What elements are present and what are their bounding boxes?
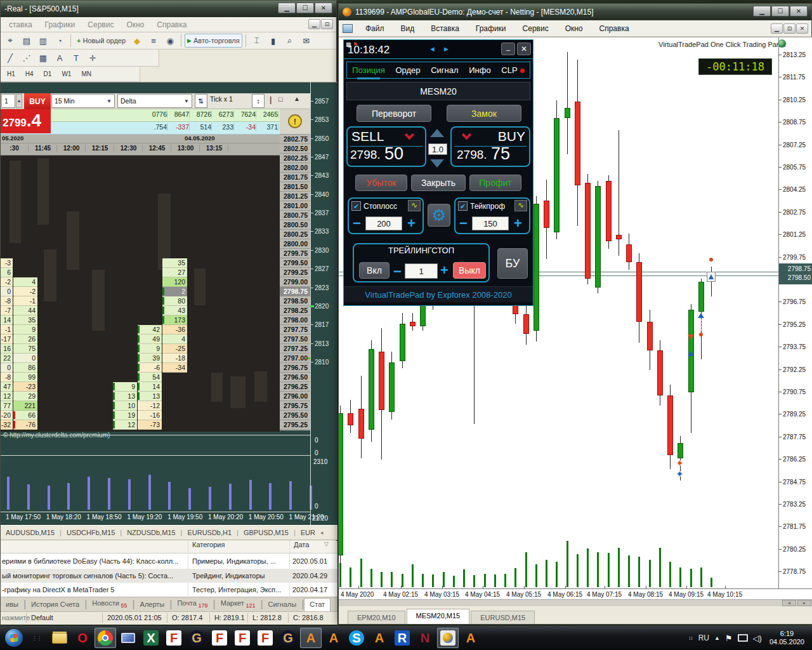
start-button[interactable] — [3, 628, 25, 648]
volume-down-button[interactable] — [430, 159, 444, 168]
timeframe-MN[interactable]: MN — [77, 69, 96, 79]
mode-select[interactable]: Delta▼ — [117, 94, 192, 108]
price-ladder-row[interactable]: 2795.25 — [280, 420, 310, 430]
gcg-icon-2[interactable]: G — [277, 628, 299, 648]
maximize-button[interactable]: ☐ — [296, 3, 314, 13]
right-window-titlebar[interactable]: 1139699 - AMPGlobalEU-Demo: Демо-счет - … — [339, 4, 811, 20]
explorer-icon[interactable] — [49, 628, 70, 648]
volume-up-button[interactable] — [430, 129, 444, 137]
price-ladder-row[interactable]: 2795.75 — [280, 401, 310, 411]
excel-icon[interactable]: X — [140, 628, 162, 648]
right-chart-tab-EURUSD,M15[interactable]: EURUSD,M15 — [471, 611, 535, 624]
warning-icon[interactable]: ! — [288, 114, 302, 128]
price-ladder-row[interactable]: 2798.25 — [280, 306, 310, 315]
price-ladder-row[interactable]: 2795.50 — [280, 411, 310, 420]
alpari-icon-2[interactable]: A — [323, 628, 344, 648]
price-ladder[interactable]: 2802.752802.502802.252802.002801.752801.… — [280, 135, 310, 430]
clock[interactable]: 6:19 04.05.2020 — [769, 630, 804, 646]
close-profit-button[interactable]: Профит — [469, 175, 521, 191]
close-button[interactable]: ✕ — [315, 3, 332, 13]
price-ladder-row[interactable]: 2796.75 — [280, 363, 310, 373]
mdi-close-icon[interactable]: ✕ — [796, 23, 808, 34]
scale-updown-button[interactable]: ⇅ — [195, 94, 207, 108]
pane-divider[interactable] — [1, 435, 310, 435]
vtp-symbol[interactable]: MESM20 — [346, 82, 530, 100]
volume-input[interactable]: 1.0 — [428, 143, 447, 155]
menu-item-Сервис[interactable]: Сервис — [82, 19, 119, 30]
mdi-restore-icon[interactable]: ⊡ — [783, 23, 796, 34]
price-ladder-row[interactable]: 2801.75 — [280, 173, 310, 182]
sl-minus-button[interactable]: − — [353, 219, 361, 228]
square-tool-icon[interactable]: □ — [278, 95, 283, 103]
price-ladder-row[interactable]: 2797.25 — [280, 344, 310, 354]
chart-tab-GBPUSD,M15[interactable]: GBPUSD,M15 — [239, 527, 294, 538]
vtp-tab-Ордер[interactable]: Ордер — [395, 64, 420, 76]
freshforex-icon-2[interactable]: F — [209, 628, 230, 648]
freshforex-icon-3[interactable]: F — [232, 628, 253, 648]
chart-tab-EUR[interactable]: EUR — [296, 527, 320, 538]
toolbar-icon-0[interactable]: ⌖ — [3, 34, 18, 48]
chart-tab-EURUSDb,H1[interactable]: EURUSDb,H1 — [182, 527, 237, 538]
menu-item-Графики[interactable]: Графики — [39, 19, 81, 30]
alpari-icon-3[interactable]: A — [369, 628, 390, 648]
draw-tool-0[interactable]: ╱ — [3, 51, 18, 65]
price-ladder-row[interactable]: 2800.00 — [280, 239, 310, 249]
tick-multiplier-label[interactable]: Tick x 1 — [210, 95, 233, 103]
cursor-tool-icon[interactable]: | — [270, 95, 272, 104]
prev-arrow-icon[interactable]: ◄ — [429, 45, 436, 53]
tab-scroll-icon[interactable]: ◂ — [320, 529, 324, 536]
remote-desktop-icon[interactable] — [117, 628, 139, 648]
toolbox-tab-ивы[interactable]: ивы — [1, 599, 23, 610]
buy-button[interactable]: BUY — [24, 93, 51, 109]
minimize-button[interactable]: ▁ — [753, 6, 771, 17]
price-ladder-row[interactable]: 2800.25 — [280, 230, 310, 239]
close-button[interactable]: ✕ — [790, 6, 808, 17]
price-ladder-row[interactable]: 2798.75 — [280, 287, 310, 296]
toolbar-icon2-2[interactable]: ◉ — [162, 34, 178, 48]
mdi-restore-icon[interactable]: ⊡ — [321, 19, 333, 29]
price-ladder-row[interactable]: 2798.00 — [280, 315, 310, 325]
close-all-button[interactable]: Закрыть — [411, 175, 466, 191]
vtp-tab-Позиция[interactable]: Позиция — [352, 64, 384, 76]
tray-dots-icon[interactable]: ⁞⁞ — [689, 635, 693, 641]
next-arrow-icon[interactable]: ► — [443, 45, 450, 53]
price-ladder-row[interactable]: 2802.00 — [280, 163, 310, 173]
menu-item-Вид[interactable]: Вид — [393, 23, 422, 34]
timeframe-D1[interactable]: D1 — [39, 69, 56, 79]
n-logo-icon[interactable]: N — [414, 628, 436, 648]
metatrader-icon[interactable] — [437, 628, 459, 648]
sl-plus-button[interactable]: + — [407, 219, 416, 228]
toolbox-tab-Сигналы[interactable]: Сигналы — [263, 599, 302, 610]
draw-tool-3[interactable]: A — [52, 51, 67, 65]
flag-icon[interactable]: ⚑ — [725, 633, 733, 643]
menu-item-Сервис[interactable]: Сервис — [515, 23, 556, 34]
news-col-category[interactable]: Категория — [192, 541, 225, 548]
new-order-button[interactable]: +Новый ордер — [74, 34, 128, 48]
draw-tool-1[interactable]: ⋰ — [19, 51, 34, 65]
vtp-tab-Сигнал[interactable]: Сигнал — [431, 64, 458, 76]
chart-tab-AUDUSDb,M15[interactable]: AUDUSDb,M15 — [1, 527, 60, 538]
timeframe-H1[interactable]: H1 — [3, 69, 20, 79]
close-loss-button[interactable]: Убыток — [355, 175, 407, 191]
trail-plus-button[interactable]: + — [440, 266, 449, 275]
scroll-right-icon[interactable]: ▸ — [797, 600, 811, 606]
news-row[interactable]: -графику на DirectX в MetaTrader 5Тестер… — [1, 583, 337, 597]
vtp-tab-CLP[interactable]: CLP — [501, 64, 524, 76]
price-ladder-row[interactable]: 2796.25 — [280, 382, 310, 392]
lot-input[interactable]: 1 — [1, 94, 15, 108]
timeframe-W1[interactable]: W1 — [57, 69, 75, 79]
chart-hscrollbar[interactable]: ◂ ▸ — [339, 599, 812, 606]
stoploss-checkbox[interactable]: ✔ — [351, 201, 361, 211]
chart-tab-USDCHFb,M15[interactable]: USDCHFb,M15 — [62, 527, 120, 538]
lot-spinner[interactable]: ▲ — [16, 94, 22, 108]
mdi-minimize-icon[interactable]: ▁ — [771, 23, 783, 34]
trail-value-input[interactable]: 1 — [405, 263, 438, 279]
network-icon[interactable] — [738, 634, 748, 642]
tray-expand-icon[interactable]: ▲ — [714, 635, 720, 641]
price-ladder-row[interactable]: 2800.50 — [280, 220, 310, 230]
menu-item-Файл[interactable]: Файл — [358, 23, 392, 34]
chrome-icon[interactable] — [95, 628, 116, 648]
opera-icon[interactable]: O — [72, 628, 93, 648]
alpari-icon-1[interactable]: A — [300, 628, 322, 648]
pinned-dots[interactable]: ⋮⋮ — [26, 628, 48, 648]
